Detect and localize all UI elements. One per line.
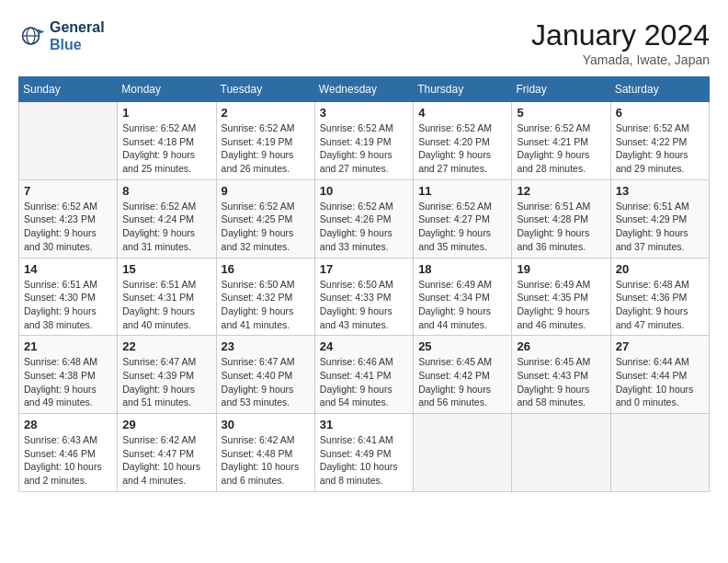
calendar-cell: 12Sunrise: 6:51 AMSunset: 4:28 PMDayligh…	[512, 179, 610, 258]
day-info: Sunrise: 6:52 AMSunset: 4:21 PMDaylight:…	[517, 121, 605, 176]
calendar-cell: 25Sunrise: 6:45 AMSunset: 4:42 PMDayligh…	[414, 336, 512, 414]
day-info: Sunrise: 6:50 AMSunset: 4:32 PMDaylight:…	[222, 278, 310, 332]
day-number: 10	[320, 184, 408, 198]
calendar-cell: 13Sunrise: 6:51 AMSunset: 4:29 PMDayligh…	[610, 179, 709, 258]
calendar-week-row: 7Sunrise: 6:52 AMSunset: 4:23 PMDaylight…	[19, 179, 710, 258]
calendar-cell: 20Sunrise: 6:48 AMSunset: 4:36 PMDayligh…	[610, 258, 709, 336]
day-info: Sunrise: 6:51 AMSunset: 4:31 PMDaylight:…	[122, 278, 210, 332]
day-number: 23	[222, 339, 310, 353]
day-number: 29	[122, 418, 210, 431]
day-number: 16	[222, 262, 310, 276]
calendar-cell: 17Sunrise: 6:50 AMSunset: 4:33 PMDayligh…	[314, 258, 413, 336]
day-number: 26	[517, 339, 605, 353]
day-info: Sunrise: 6:45 AMSunset: 4:43 PMDaylight:…	[517, 355, 605, 409]
day-number: 5	[517, 106, 605, 120]
day-header-wednesday: Wednesday	[314, 77, 413, 102]
calendar-cell	[19, 102, 118, 180]
calendar-week-row: 28Sunrise: 6:43 AMSunset: 4:46 PMDayligh…	[19, 414, 710, 492]
calendar-cell: 21Sunrise: 6:48 AMSunset: 4:38 PMDayligh…	[19, 336, 118, 414]
day-info: Sunrise: 6:52 AMSunset: 4:19 PMDaylight:…	[320, 121, 408, 176]
calendar-cell: 2Sunrise: 6:52 AMSunset: 4:19 PMDaylight…	[216, 102, 314, 180]
day-info: Sunrise: 6:51 AMSunset: 4:28 PMDaylight:…	[517, 200, 605, 254]
day-header-friday: Friday	[512, 77, 610, 102]
day-number: 19	[517, 262, 605, 276]
day-number: 17	[320, 262, 408, 276]
calendar-header-row: SundayMondayTuesdayWednesdayThursdayFrid…	[19, 77, 710, 102]
calendar-cell: 19Sunrise: 6:49 AMSunset: 4:35 PMDayligh…	[512, 258, 610, 336]
calendar-cell: 5Sunrise: 6:52 AMSunset: 4:21 PMDaylight…	[512, 102, 610, 180]
day-number: 27	[616, 339, 704, 353]
calendar-week-row: 14Sunrise: 6:51 AMSunset: 4:30 PMDayligh…	[19, 258, 710, 336]
day-info: Sunrise: 6:42 AMSunset: 4:48 PMDaylight:…	[222, 433, 310, 488]
calendar-cell: 27Sunrise: 6:44 AMSunset: 4:44 PMDayligh…	[610, 336, 709, 414]
day-number: 31	[320, 418, 408, 431]
day-info: Sunrise: 6:42 AMSunset: 4:47 PMDaylight:…	[122, 433, 210, 488]
calendar-cell	[414, 414, 512, 492]
calendar-subtitle: Yamada, Iwate, Japan	[531, 52, 710, 67]
calendar-cell	[512, 414, 610, 492]
day-number: 30	[222, 418, 310, 431]
day-header-monday: Monday	[118, 77, 216, 102]
day-number: 8	[122, 184, 210, 198]
day-number: 4	[418, 106, 506, 120]
day-info: Sunrise: 6:49 AMSunset: 4:34 PMDaylight:…	[418, 278, 506, 332]
page-header: General Blue January 2024 Yamada, Iwate,…	[18, 18, 710, 67]
title-block: January 2024 Yamada, Iwate, Japan	[531, 18, 710, 67]
day-number: 9	[222, 184, 310, 198]
calendar-cell: 16Sunrise: 6:50 AMSunset: 4:32 PMDayligh…	[216, 258, 314, 336]
day-info: Sunrise: 6:49 AMSunset: 4:35 PMDaylight:…	[517, 278, 605, 332]
day-info: Sunrise: 6:48 AMSunset: 4:36 PMDaylight:…	[616, 278, 704, 332]
day-info: Sunrise: 6:52 AMSunset: 4:22 PMDaylight:…	[616, 121, 704, 176]
day-header-thursday: Thursday	[414, 77, 512, 102]
day-info: Sunrise: 6:52 AMSunset: 4:20 PMDaylight:…	[418, 121, 506, 176]
day-number: 6	[616, 106, 704, 120]
calendar-cell: 18Sunrise: 6:49 AMSunset: 4:34 PMDayligh…	[414, 258, 512, 336]
day-info: Sunrise: 6:52 AMSunset: 4:25 PMDaylight:…	[222, 200, 310, 254]
day-number: 13	[616, 184, 704, 198]
calendar-cell: 26Sunrise: 6:45 AMSunset: 4:43 PMDayligh…	[512, 336, 610, 414]
day-number: 3	[320, 106, 408, 120]
day-number: 11	[418, 184, 506, 198]
day-info: Sunrise: 6:45 AMSunset: 4:42 PMDaylight:…	[418, 355, 506, 409]
day-info: Sunrise: 6:48 AMSunset: 4:38 PMDaylight:…	[24, 355, 112, 409]
calendar-cell: 8Sunrise: 6:52 AMSunset: 4:24 PMDaylight…	[118, 179, 216, 258]
calendar-cell	[610, 414, 709, 492]
day-info: Sunrise: 6:47 AMSunset: 4:40 PMDaylight:…	[222, 355, 310, 409]
day-header-tuesday: Tuesday	[216, 77, 314, 102]
calendar-cell: 24Sunrise: 6:46 AMSunset: 4:41 PMDayligh…	[314, 336, 413, 414]
day-info: Sunrise: 6:51 AMSunset: 4:30 PMDaylight:…	[24, 278, 112, 332]
day-header-saturday: Saturday	[610, 77, 709, 102]
day-info: Sunrise: 6:52 AMSunset: 4:23 PMDaylight:…	[24, 200, 112, 254]
calendar-cell: 29Sunrise: 6:42 AMSunset: 4:47 PMDayligh…	[118, 414, 216, 492]
calendar-cell: 7Sunrise: 6:52 AMSunset: 4:23 PMDaylight…	[19, 179, 118, 258]
day-number: 25	[418, 339, 506, 353]
day-number: 14	[24, 262, 112, 276]
day-info: Sunrise: 6:52 AMSunset: 4:19 PMDaylight:…	[222, 121, 310, 176]
day-number: 28	[24, 418, 112, 431]
day-info: Sunrise: 6:46 AMSunset: 4:41 PMDaylight:…	[320, 355, 408, 409]
calendar-title: January 2024	[531, 18, 710, 52]
day-number: 7	[24, 184, 112, 198]
day-number: 1	[122, 106, 210, 120]
calendar-cell: 15Sunrise: 6:51 AMSunset: 4:31 PMDayligh…	[118, 258, 216, 336]
day-info: Sunrise: 6:52 AMSunset: 4:18 PMDaylight:…	[122, 121, 210, 176]
general-blue-icon	[18, 22, 46, 50]
calendar-cell: 4Sunrise: 6:52 AMSunset: 4:20 PMDaylight…	[414, 102, 512, 180]
day-info: Sunrise: 6:52 AMSunset: 4:24 PMDaylight:…	[122, 200, 210, 254]
calendar-table: SundayMondayTuesdayWednesdayThursdayFrid…	[18, 76, 710, 492]
day-info: Sunrise: 6:47 AMSunset: 4:39 PMDaylight:…	[122, 355, 210, 409]
day-info: Sunrise: 6:52 AMSunset: 4:27 PMDaylight:…	[418, 200, 506, 254]
day-number: 21	[24, 339, 112, 353]
day-info: Sunrise: 6:51 AMSunset: 4:29 PMDaylight:…	[616, 200, 704, 254]
logo: General Blue	[18, 18, 105, 53]
calendar-cell: 23Sunrise: 6:47 AMSunset: 4:40 PMDayligh…	[216, 336, 314, 414]
day-number: 18	[418, 262, 506, 276]
calendar-cell: 3Sunrise: 6:52 AMSunset: 4:19 PMDaylight…	[314, 102, 413, 180]
calendar-cell: 10Sunrise: 6:52 AMSunset: 4:26 PMDayligh…	[314, 179, 413, 258]
calendar-cell: 22Sunrise: 6:47 AMSunset: 4:39 PMDayligh…	[118, 336, 216, 414]
calendar-cell: 31Sunrise: 6:41 AMSunset: 4:49 PMDayligh…	[314, 414, 413, 492]
day-header-sunday: Sunday	[19, 77, 118, 102]
day-info: Sunrise: 6:43 AMSunset: 4:46 PMDaylight:…	[24, 433, 112, 488]
calendar-cell: 28Sunrise: 6:43 AMSunset: 4:46 PMDayligh…	[19, 414, 118, 492]
calendar-cell: 9Sunrise: 6:52 AMSunset: 4:25 PMDaylight…	[216, 179, 314, 258]
